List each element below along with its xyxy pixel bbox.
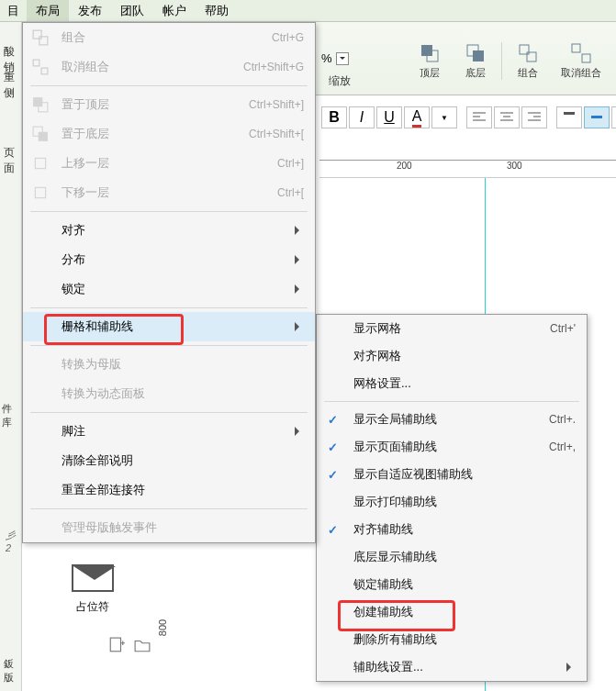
ruler-horizontal: 200 300 — [319, 160, 616, 178]
menu-item-partial[interactable]: 目 — [0, 0, 27, 21]
left-lbl-6: 鈑版 — [2, 653, 21, 688]
menu-item-publish[interactable]: 发布 — [69, 0, 111, 21]
menu-send-back: 置于底层Ctrl+Shift+[ — [23, 119, 315, 149]
ungroup-icon — [32, 59, 49, 75]
menu-item-layout[interactable]: 布局 — [27, 0, 69, 21]
svg-rect-20 — [35, 158, 45, 168]
sub-grid-settings[interactable]: 网格设置... — [317, 370, 587, 397]
btn-underline[interactable]: U — [376, 106, 402, 128]
chevron-right-icon — [566, 661, 576, 674]
btn-italic[interactable]: I — [349, 106, 375, 128]
sub-show-print-guides[interactable]: 显示打印辅助线 — [317, 488, 587, 516]
menu-grid-guides[interactable]: 栅格和辅助线 — [23, 312, 315, 341]
chevron-right-icon — [295, 283, 304, 296]
chevron-right-icon — [295, 425, 304, 439]
menu-distribute[interactable]: 分布 — [23, 245, 315, 274]
ungroup-label: 取消组合 — [561, 66, 601, 80]
menu-bring-front: 置于顶层Ctrl+Shift+] — [23, 90, 315, 119]
sub-lock-guides[interactable]: 锁定辅助线 — [317, 571, 587, 598]
move-up-icon — [32, 155, 49, 172]
group-icon — [32, 29, 49, 46]
bring-front-icon — [417, 42, 442, 64]
menu-group: 组合Ctrl+G — [23, 23, 315, 52]
btn-bold[interactable]: B — [321, 106, 347, 128]
menu-move-up: 上移一层Ctrl+] — [23, 149, 315, 178]
btn-align-right[interactable] — [521, 106, 547, 128]
btn-valign-bot[interactable] — [611, 106, 616, 128]
btn-valign-top[interactable] — [556, 106, 582, 128]
toolbar-arrange-group: 顶层 底层 组合 取消组合 — [409, 42, 609, 80]
menu-item-account[interactable]: 帐户 — [153, 0, 196, 21]
menu-item-help[interactable]: 帮助 — [196, 0, 238, 21]
grid-guides-submenu: 显示网格Ctrl+' 对齐网格 网格设置... ✓显示全局辅助线Ctrl+. ✓… — [316, 314, 588, 682]
menu-lock[interactable]: 锁定 — [23, 274, 315, 304]
btn-send-back[interactable]: 底层 — [455, 42, 496, 80]
menu-to-master: 转换为母版 — [23, 350, 315, 379]
left-panel-strip: 酸销 重侧 页面 件库 彡2 鈑版 — [0, 22, 22, 691]
placeholder-widget[interactable]: 占位符 — [42, 549, 143, 630]
menu-to-dynamic: 转换为动态面板 — [23, 379, 315, 408]
layout-menu: 组合Ctrl+G 取消组合Ctrl+Shift+G 置于顶层Ctrl+Shift… — [22, 22, 316, 543]
btn-align-left[interactable] — [466, 106, 492, 128]
sub-guide-settings[interactable]: 辅助线设置... — [317, 653, 587, 681]
menu-clear-notes[interactable]: 清除全部说明 — [23, 446, 315, 475]
add-page-icon[interactable] — [108, 637, 125, 653]
zoom-label: 缩放 — [329, 73, 351, 89]
svg-rect-13 — [39, 37, 48, 45]
svg-rect-21 — [35, 187, 45, 197]
group-icon — [515, 42, 541, 64]
check-icon: ✓ — [328, 468, 338, 482]
bring-front-label: 顶层 — [420, 66, 440, 80]
chevron-right-icon — [295, 320, 304, 334]
svg-rect-8 — [564, 112, 575, 115]
menu-item-team[interactable]: 团队 — [111, 0, 153, 21]
btn-font-dropdown[interactable]: ▼ — [431, 106, 457, 128]
btn-align-center[interactable] — [494, 106, 520, 128]
svg-rect-7 — [582, 54, 590, 62]
left-lbl-4: 件库 — [0, 398, 21, 433]
format-row: B I U A ▼ — [321, 106, 616, 128]
svg-rect-9 — [591, 116, 602, 118]
envelope-icon — [72, 564, 114, 592]
add-folder-icon[interactable] — [134, 637, 151, 653]
menu-footnote[interactable]: 脚注 — [23, 417, 315, 446]
btn-valign-mid[interactable] — [584, 106, 610, 128]
sub-show-page-guides[interactable]: ✓显示页面辅助线Ctrl+, — [317, 433, 587, 461]
btn-bring-front[interactable]: 顶层 — [409, 42, 450, 80]
sub-show-global-guides[interactable]: ✓显示全局辅助线Ctrl+. — [317, 406, 587, 433]
sub-snap-guides[interactable]: ✓对齐辅助线 — [317, 516, 587, 543]
sub-delete-all-guides[interactable]: 删除所有辅助线 — [317, 626, 587, 653]
zoom-control[interactable]: % — [321, 51, 349, 65]
zoom-value: % — [321, 51, 332, 65]
sub-back-guides[interactable]: 底层显示辅助线 — [317, 543, 587, 571]
svg-rect-11 — [110, 638, 120, 652]
btn-ungroup[interactable]: 取消组合 — [554, 42, 609, 80]
bring-front-icon — [32, 96, 49, 113]
placeholder-label: 占位符 — [76, 599, 109, 615]
send-back-label: 底层 — [465, 66, 486, 80]
sub-snap-grid[interactable]: 对齐网格 — [317, 342, 587, 370]
btn-font-color[interactable]: A — [404, 106, 430, 128]
send-back-icon — [463, 42, 488, 64]
svg-rect-12 — [33, 30, 41, 39]
chevron-right-icon — [295, 224, 304, 238]
sub-create-guides[interactable]: 创建辅助线 — [317, 598, 587, 626]
sub-show-grid[interactable]: 显示网格Ctrl+' — [317, 315, 587, 342]
left-lbl-2: 重侧 — [2, 66, 21, 105]
zoom-dropdown-icon[interactable] — [336, 52, 349, 65]
menu-align[interactable]: 对齐 — [23, 216, 315, 245]
send-back-icon — [32, 126, 49, 142]
left-lbl-3: 页面 — [2, 141, 21, 180]
ruler-tick-300: 300 — [507, 161, 522, 171]
ruler-tick-200: 200 — [397, 161, 412, 171]
group-label: 组合 — [518, 66, 538, 80]
check-icon: ✓ — [328, 523, 338, 537]
menu-reset-connectors[interactable]: 重置全部连接符 — [23, 475, 315, 505]
check-icon: ✓ — [328, 413, 338, 427]
sub-show-adaptive-guides[interactable]: ✓显示自适应视图辅助线 — [317, 461, 587, 488]
menu-move-down: 下移一层Ctrl+[ — [23, 178, 315, 207]
menu-ungroup: 取消组合Ctrl+Shift+G — [23, 52, 315, 82]
svg-rect-15 — [41, 68, 48, 74]
btn-group[interactable]: 组合 — [501, 42, 548, 80]
menu-manage-master-events: 管理母版触发事件 — [23, 513, 315, 542]
